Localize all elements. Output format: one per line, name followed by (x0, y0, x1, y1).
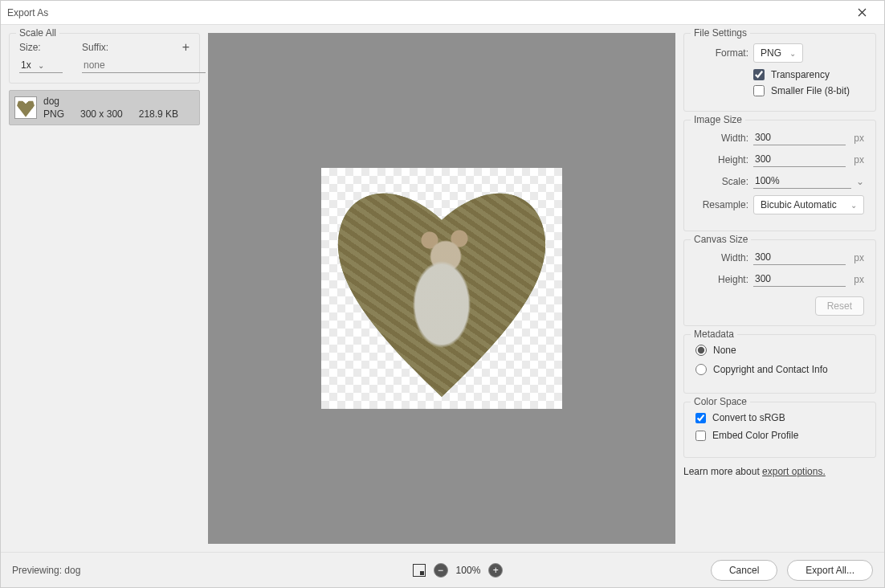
transparency-checkbox[interactable]: Transparency (753, 69, 864, 80)
footer-bar: Previewing: dog − 100% + Cancel Export A… (1, 552, 884, 587)
resample-value: Bicubic Automatic (761, 199, 837, 210)
left-column: Scale All + Size: 1x ⌄ Suffix: dog (9, 33, 200, 544)
px-unit: px (854, 252, 864, 263)
px-unit: px (854, 133, 864, 144)
dialog-content: Scale All + Size: 1x ⌄ Suffix: dog (1, 25, 884, 552)
transparency-input[interactable] (753, 69, 765, 80)
file-settings-legend: File Settings (691, 27, 750, 39)
chevron-down-icon: ⌄ (789, 49, 796, 58)
convert-srgb-input[interactable] (695, 413, 706, 423)
preview-canvas[interactable] (208, 33, 675, 544)
size-label: Size: (19, 42, 63, 53)
add-scale-button[interactable]: + (182, 40, 190, 55)
asset-format: PNG (43, 108, 64, 120)
title-bar: Export As (1, 1, 884, 25)
width-label: Width: (695, 133, 748, 144)
convert-srgb-checkbox[interactable]: Convert to sRGB (695, 412, 864, 423)
color-space-legend: Color Space (691, 396, 750, 407)
format-label: Format: (695, 47, 748, 59)
reset-button[interactable]: Reset (815, 296, 864, 316)
fit-screen-icon[interactable] (413, 564, 426, 577)
smaller-file-checkbox[interactable]: Smaller File (8-bit) (753, 85, 864, 96)
metadata-none-radio[interactable]: None (695, 345, 864, 356)
window-title: Export As (7, 7, 846, 18)
scale-all-legend: Scale All (16, 27, 59, 39)
resample-label: Resample: (695, 199, 748, 210)
scale-all-group: Scale All + Size: 1x ⌄ Suffix: (9, 33, 200, 84)
zoom-level: 100% (456, 565, 481, 576)
canvas-height-label: Height: (695, 274, 748, 285)
metadata-copyright-input[interactable] (695, 364, 707, 375)
metadata-copyright-radio[interactable]: Copyright and Contact Info (695, 364, 864, 375)
embed-profile-checkbox[interactable]: Embed Color Profile (695, 430, 864, 441)
export-options-link[interactable]: export options. (762, 466, 826, 477)
image-size-legend: Image Size (691, 114, 745, 125)
metadata-none-input[interactable] (695, 345, 707, 356)
canvas-size-legend: Canvas Size (691, 234, 751, 245)
chevron-down-icon[interactable]: ⌄ (856, 176, 864, 187)
image-width-input[interactable] (753, 130, 846, 145)
format-value: PNG (761, 47, 781, 59)
asset-thumbnail (14, 96, 37, 119)
zoom-out-button[interactable]: − (434, 563, 448, 578)
zoom-in-button[interactable]: + (488, 563, 503, 578)
file-settings-group: File Settings Format: PNG ⌄ Transparency… (683, 33, 876, 112)
asset-name: dog (43, 96, 194, 107)
scale-label: Scale: (695, 176, 748, 187)
chevron-down-icon: ⌄ (850, 201, 857, 210)
cancel-button[interactable]: Cancel (711, 560, 777, 581)
preview-column (208, 33, 675, 544)
image-size-group: Image Size Width: px Height: px Scale: ⌄… (683, 120, 876, 231)
size-value: 1x (21, 59, 31, 71)
smaller-file-input[interactable] (753, 85, 765, 96)
right-column: File Settings Format: PNG ⌄ Transparency… (683, 33, 876, 544)
size-select[interactable]: 1x ⌄ (19, 58, 63, 73)
suffix-input[interactable] (82, 58, 206, 73)
format-select[interactable]: PNG ⌄ (753, 43, 803, 63)
previewing-label: Previewing: dog (12, 565, 205, 576)
zoom-controls: − 100% + (214, 563, 701, 578)
px-unit: px (854, 274, 864, 285)
image-scale-input[interactable] (753, 174, 851, 189)
canvas-width-input[interactable] (753, 250, 846, 265)
resample-select[interactable]: Bicubic Automatic ⌄ (753, 195, 864, 214)
close-button[interactable] (846, 2, 878, 24)
learn-more: Learn more about export options. (683, 466, 876, 477)
chevron-down-icon: ⌄ (38, 61, 44, 70)
height-label: Height: (695, 154, 748, 165)
asset-filesize: 218.9 KB (139, 108, 178, 120)
export-all-button[interactable]: Export All... (787, 560, 873, 581)
metadata-group: Metadata None Copyright and Contact Info (683, 334, 876, 394)
canvas-size-group: Canvas Size Width: px Height: px Reset (683, 239, 876, 326)
px-unit: px (854, 154, 864, 165)
embed-profile-input[interactable] (695, 431, 706, 441)
image-height-input[interactable] (753, 152, 846, 167)
canvas-height-input[interactable] (753, 272, 846, 287)
asset-dimensions: 300 x 300 (80, 108, 123, 120)
asset-list-item[interactable]: dog PNG 300 x 300 218.9 KB (9, 90, 200, 125)
color-space-group: Color Space Convert to sRGB Embed Color … (683, 402, 876, 458)
preview-image (321, 168, 562, 409)
metadata-legend: Metadata (691, 329, 737, 340)
canvas-width-label: Width: (695, 252, 748, 263)
